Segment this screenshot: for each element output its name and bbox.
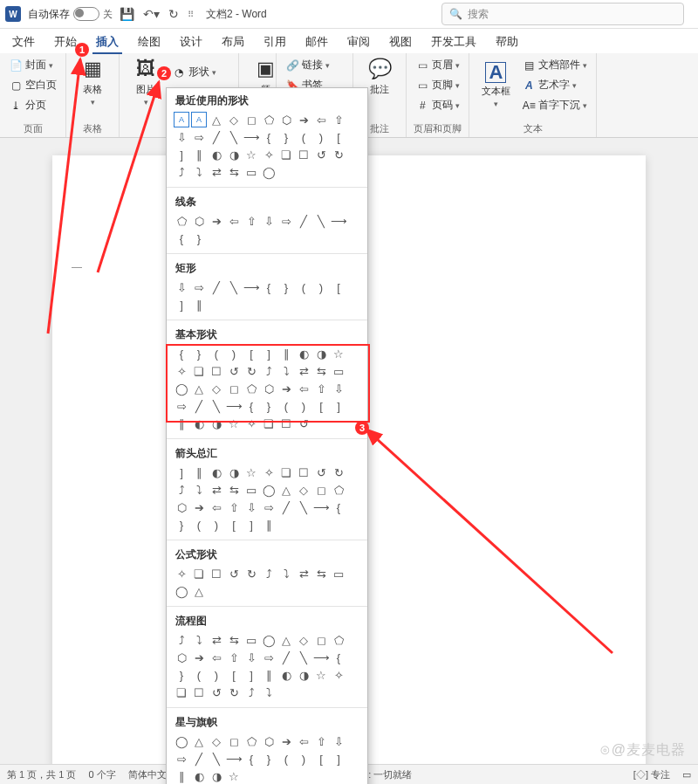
shape-item[interactable]: ⇨ [174, 751, 189, 767]
shape-item[interactable]: ⇧ [313, 381, 329, 396]
shape-item[interactable]: △ [191, 733, 207, 749]
shape-item[interactable]: ⇆ [313, 566, 329, 581]
shape-item[interactable]: ✧ [331, 667, 346, 683]
shape-item[interactable]: { [331, 499, 346, 515]
shape-item[interactable]: ☆ [226, 416, 242, 431]
shape-item[interactable]: ⬠ [261, 112, 277, 127]
shape-item[interactable]: ◑ [226, 147, 242, 162]
shape-item[interactable]: ⇩ [261, 213, 277, 229]
autosave-toggle[interactable]: 自动保存 关 [28, 7, 113, 22]
shape-item[interactable]: [ [243, 346, 259, 361]
shape-item[interactable]: ] [331, 398, 346, 414]
blankpage-button[interactable]: ▢空白页 [7, 77, 58, 93]
shape-item[interactable]: ◻ [226, 733, 242, 749]
shape-item[interactable]: ╱ [278, 499, 294, 515]
shape-item[interactable]: ◐ [191, 416, 207, 431]
shape-item[interactable]: ⤵ [191, 164, 207, 180]
shape-item[interactable]: ⬠ [331, 482, 346, 498]
shape-item[interactable]: ↻ [331, 464, 346, 480]
shape-item[interactable]: ╲ [226, 279, 242, 295]
shape-item[interactable]: ◻ [226, 381, 242, 396]
shape-item[interactable]: ◻ [313, 632, 329, 648]
shape-item[interactable]: } [278, 129, 294, 145]
shape-item[interactable]: [ [226, 517, 242, 533]
shape-item[interactable]: △ [209, 112, 224, 127]
shape-item[interactable]: ⟶ [243, 129, 259, 145]
tab-邮件[interactable]: 邮件 [302, 31, 332, 53]
tab-帮助[interactable]: 帮助 [492, 31, 522, 53]
shape-item[interactable]: ☐ [191, 684, 207, 700]
shape-item[interactable]: { [174, 346, 189, 361]
shape-item[interactable]: ◯ [261, 482, 277, 498]
shape-item[interactable]: ╱ [191, 398, 207, 414]
shape-item[interactable]: ⬡ [261, 381, 277, 396]
shape-item[interactable]: ] [243, 517, 259, 533]
shape-item[interactable]: ] [174, 147, 189, 162]
shape-item[interactable]: ◯ [261, 164, 277, 180]
shape-item[interactable]: ⇩ [331, 381, 346, 396]
shape-item[interactable]: ⇆ [226, 164, 242, 180]
shape-item[interactable]: ◑ [226, 464, 242, 480]
tab-绘图[interactable]: 绘图 [134, 31, 164, 53]
shape-item[interactable]: ⟶ [331, 213, 346, 229]
shape-item[interactable]: ◐ [296, 346, 311, 361]
tab-开发工具[interactable]: 开发工具 [428, 31, 480, 53]
shape-item[interactable]: ✧ [261, 464, 277, 480]
shape-item[interactable]: ⤴ [174, 482, 189, 498]
wordart-button[interactable]: A艺术字 [520, 77, 589, 93]
shape-item[interactable]: ❏ [278, 147, 294, 162]
shape-item[interactable]: } [261, 751, 277, 767]
shape-item[interactable]: ] [261, 346, 277, 361]
shape-item[interactable]: ⤴ [261, 566, 277, 581]
shape-item[interactable]: } [174, 667, 189, 683]
shape-item[interactable]: ➔ [191, 499, 207, 515]
shape-item[interactable]: ◑ [296, 667, 311, 683]
shape-item[interactable]: ( [278, 398, 294, 414]
shape-item[interactable]: ⤴ [174, 164, 189, 180]
shape-item[interactable]: ⇦ [209, 499, 224, 515]
shape-item[interactable]: ➔ [209, 213, 224, 229]
shape-item[interactable]: ⇨ [261, 650, 277, 665]
shape-item[interactable]: ❏ [261, 416, 277, 431]
shape-item[interactable]: △ [191, 583, 207, 599]
tab-插入[interactable]: 插入 [92, 31, 122, 53]
tab-审阅[interactable]: 审阅 [344, 31, 373, 53]
shape-item[interactable]: △ [191, 381, 207, 396]
shape-item[interactable]: ] [174, 464, 189, 480]
shape-item[interactable]: ◻ [313, 482, 329, 498]
shape-item[interactable]: ⤵ [191, 482, 207, 498]
shape-item[interactable]: ☐ [278, 416, 294, 431]
shape-item[interactable]: ⟶ [243, 279, 259, 295]
shape-item[interactable]: ▭ [243, 164, 259, 180]
shape-item[interactable]: ╱ [296, 213, 311, 229]
shape-item[interactable]: ∥ [191, 147, 207, 162]
shape-item[interactable]: ] [243, 667, 259, 683]
shape-item[interactable]: ] [331, 751, 346, 767]
footer-button[interactable]: ▭页脚 [414, 77, 462, 93]
shape-item[interactable]: ☆ [313, 667, 329, 683]
tab-视图[interactable]: 视图 [386, 31, 415, 53]
shape-item[interactable]: ⇨ [174, 398, 189, 414]
shape-item[interactable]: ◯ [174, 583, 189, 599]
shape-item[interactable]: ╲ [296, 499, 311, 515]
shape-item[interactable]: ⇩ [174, 279, 189, 295]
shape-item[interactable]: ⇩ [174, 129, 189, 145]
tab-开始[interactable]: 开始 [51, 31, 80, 53]
shape-item[interactable]: ⤵ [278, 566, 294, 581]
shape-item[interactable]: ☐ [296, 464, 311, 480]
shape-item[interactable]: A [174, 112, 189, 127]
shape-item[interactable]: ⇨ [191, 279, 207, 295]
shape-item[interactable]: ⇨ [191, 129, 207, 145]
shape-item[interactable]: ( [296, 279, 311, 295]
search-input[interactable]: 🔍 搜索 [441, 3, 684, 25]
shape-item[interactable]: ⇧ [243, 213, 259, 229]
shape-item[interactable]: ⇧ [331, 112, 346, 127]
shape-item[interactable]: ╱ [278, 650, 294, 665]
shape-item[interactable]: ⇆ [226, 482, 242, 498]
shape-item[interactable]: ⇩ [243, 650, 259, 665]
shape-item[interactable]: ❏ [174, 684, 189, 700]
shape-item[interactable]: { [243, 751, 259, 767]
shape-item[interactable]: ↻ [243, 566, 259, 581]
redo-icon[interactable]: ↻ [168, 7, 179, 21]
shape-item[interactable]: ↺ [209, 684, 224, 700]
